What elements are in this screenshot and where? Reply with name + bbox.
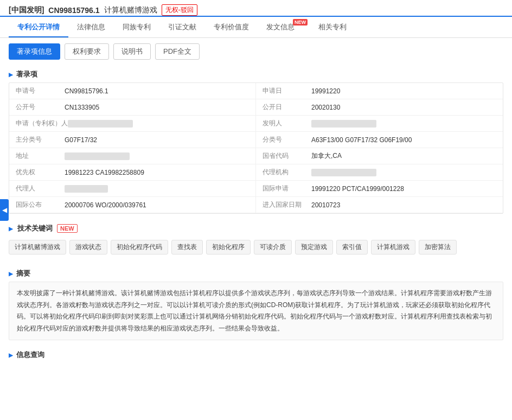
abstract-section: 摘要 本发明披露了一种计算机赌博游戏。该计算机赌博游戏包括计算机程序以提供多个游…: [0, 264, 512, 346]
keyword-tag[interactable]: 初始化程序代码: [111, 240, 168, 254]
field-app-num: 申请号 CN99815796.1: [9, 83, 256, 99]
keyword-tag[interactable]: 预定游戏: [295, 240, 333, 254]
value-agency: [311, 169, 376, 176]
value-main-class: G07F17/32: [65, 136, 97, 144]
label-intl-pub: 国际公布: [16, 200, 65, 209]
label-agency: 代理机构: [263, 168, 311, 177]
field-country-code: 国省代码 加拿大,CA: [256, 148, 503, 164]
header-origin: [中国发明]: [9, 5, 44, 15]
keywords-title: 技术关键词 NEW: [9, 219, 503, 238]
value-agent: [65, 185, 108, 193]
sub-tab-claims[interactable]: 权利要求: [65, 43, 109, 60]
label-pub-date: 公开日: [263, 103, 311, 112]
value-priority: 19981223 CA19982258809: [65, 169, 144, 176]
abstract-text: 本发明披露了一种计算机赌博游戏。该计算机赌博游戏包括计算机程序以提供多个游戏状态…: [9, 282, 503, 340]
tab-patent-detail[interactable]: 专利公开详情: [9, 18, 68, 37]
value-intl-app: 19991220 PCT/CA1999/001228: [311, 185, 404, 193]
value-app-num: CN99815796.1: [65, 87, 108, 95]
field-address: 地址: [9, 148, 256, 164]
tab-family-patent[interactable]: 同族专利: [114, 18, 159, 37]
info-grid: 申请号 CN99815796.1 申请日 19991220 公开号 CN1333…: [9, 82, 503, 214]
query-title: 信息查询: [9, 346, 503, 363]
tabs-bar: 专利公开详情 法律信息 同族专利 引证文献 专利价值度 发文信息 NEW 相关专…: [0, 18, 512, 38]
label-applicant: 申请（专利权）人: [16, 119, 68, 128]
label-priority: 优先权: [16, 168, 65, 177]
field-agency: 代理机构: [256, 164, 503, 181]
query-section: 信息查询: [0, 346, 512, 368]
field-intl-pub: 国际公布 20000706 WO/2000/039761: [9, 197, 256, 213]
value-pub-num: CN1333905: [65, 104, 99, 111]
field-intl-app: 国际申请 19991220 PCT/CA1999/001228: [256, 181, 503, 197]
field-applicant: 申请（专利权）人: [9, 116, 256, 132]
header-bar: [中国发明] CN99815796.1 计算机赌博游戏 无权-驳回: [0, 0, 512, 17]
value-applicant: [68, 120, 133, 128]
keywords-tags: 计算机赌博游戏 游戏状态 初始化程序代码 查找表 初始化程序 可读介质 预定游戏…: [9, 238, 503, 259]
tab-send-info[interactable]: 发文信息 NEW: [258, 18, 310, 37]
value-class: A63F13/00 G07F17/32 G06F19/00: [311, 136, 412, 144]
keyword-tag[interactable]: 查找表: [171, 240, 203, 254]
header-patent-id: CN99815796.1: [48, 6, 99, 15]
basic-info-section: 著录项 申请号 CN99815796.1 申请日 19991220 公开号 CN…: [0, 65, 512, 219]
field-agent: 代理人: [9, 181, 256, 197]
field-priority: 优先权 19981223 CA19982258809: [9, 164, 256, 181]
tab-legal-info[interactable]: 法律信息: [68, 18, 114, 37]
label-app-num: 申请号: [16, 86, 65, 96]
tab-related-patent[interactable]: 相关专利: [310, 18, 355, 37]
keyword-tag[interactable]: 计算机游戏: [371, 240, 415, 254]
field-class: 分类号 A63F13/00 G07F17/32 G06F19/00: [256, 132, 503, 148]
keywords-section: 技术关键词 NEW 计算机赌博游戏 游戏状态 初始化程序代码 查找表 初始化程序…: [0, 219, 512, 264]
sub-tab-basic-info[interactable]: 著录项信息: [9, 43, 60, 60]
keyword-tag[interactable]: 可读介质: [254, 240, 292, 254]
value-inventor: [311, 120, 376, 128]
keyword-tag[interactable]: 游戏状态: [69, 240, 107, 254]
label-pub-num: 公开号: [16, 103, 65, 112]
sub-tab-pdf[interactable]: PDF全文: [155, 43, 200, 60]
value-intl-pub: 20000706 WO/2000/039761: [65, 201, 146, 209]
label-address: 地址: [16, 151, 65, 161]
label-intl-app: 国际申请: [263, 184, 311, 193]
label-main-class: 主分类号: [16, 135, 65, 144]
basic-info-title: 著录项: [9, 65, 503, 82]
field-pub-date: 公开日 20020130: [256, 99, 503, 116]
header-title: 计算机赌博游戏: [104, 5, 157, 15]
label-national-date: 进入国家日期: [263, 200, 311, 209]
label-inventor: 发明人: [263, 119, 311, 128]
field-national-date: 进入国家日期 20010723: [256, 197, 503, 213]
label-country-code: 国省代码: [263, 151, 311, 161]
label-agent: 代理人: [16, 184, 65, 193]
value-pub-date: 20020130: [311, 104, 340, 111]
label-class: 分类号: [263, 135, 311, 144]
field-pub-num: 公开号 CN1333905: [9, 99, 256, 116]
sub-tab-description[interactable]: 说明书: [113, 43, 151, 60]
field-inventor: 发明人: [256, 116, 503, 132]
keyword-tag[interactable]: 加密算法: [419, 240, 457, 254]
field-app-date: 申请日 19991220: [256, 83, 503, 99]
no-access-badge: 无权-驳回: [162, 4, 197, 16]
value-address: [65, 152, 130, 160]
sub-tabs: 著录项信息 权利要求 说明书 PDF全文: [0, 38, 512, 65]
value-country-code: 加拿大,CA: [311, 151, 342, 161]
label-app-date: 申请日: [263, 86, 311, 96]
value-national-date: 20010723: [311, 201, 340, 209]
side-arrow[interactable]: ◀: [0, 199, 9, 221]
field-main-class: 主分类号 G07F17/32: [9, 132, 256, 148]
tab-new-badge: NEW: [293, 19, 308, 26]
value-app-date: 19991220: [311, 87, 340, 95]
keyword-tag[interactable]: 初始化程序: [206, 240, 251, 254]
new-badge: NEW: [57, 224, 78, 233]
keyword-tag[interactable]: 索引值: [336, 240, 368, 254]
tab-patent-value[interactable]: 专利价值度: [205, 18, 258, 37]
tab-cited-docs[interactable]: 引证文献: [159, 18, 205, 37]
keyword-tag[interactable]: 计算机赌博游戏: [9, 240, 66, 254]
abstract-title: 摘要: [9, 264, 503, 282]
